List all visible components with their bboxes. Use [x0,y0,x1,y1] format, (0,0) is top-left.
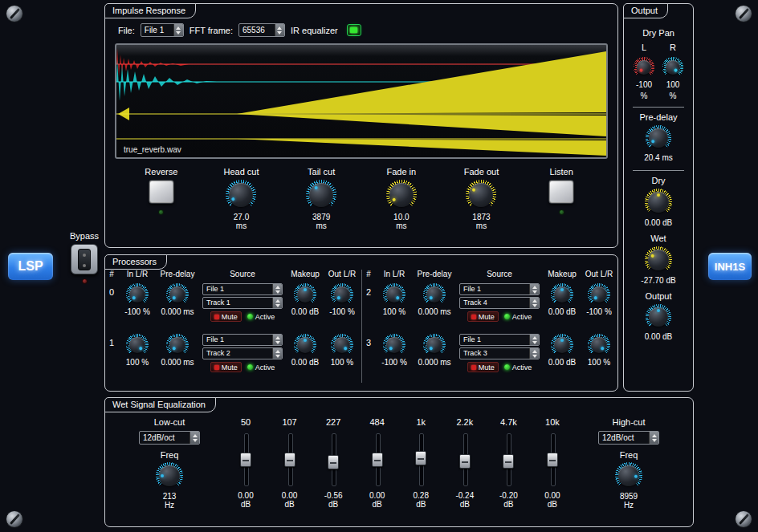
mute-button[interactable]: Mute [210,362,242,372]
stepper-buttons[interactable] [272,335,282,345]
wet-knob[interactable] [645,246,672,274]
file-source-select[interactable]: File 1 [459,334,540,346]
spinner-down-icon[interactable] [275,290,280,294]
in-lr-knob[interactable] [383,283,405,306]
predelay-knob[interactable] [166,283,189,306]
head-cut-knob[interactable] [226,180,256,210]
predelay-knob[interactable] [423,283,446,306]
fade-out-knob[interactable] [466,180,496,210]
fft-frame-select[interactable]: 65536 [238,23,285,37]
fade-in-knob[interactable] [386,180,417,210]
spinner-down-icon[interactable] [532,304,537,307]
band-gain-slider[interactable] [284,433,295,486]
out-lr-knob[interactable] [588,283,610,306]
stepper-buttons[interactable] [190,432,199,444]
mute-button[interactable]: Mute [467,362,499,372]
spinner-up-icon[interactable] [532,350,537,353]
band-gain-slider[interactable] [328,433,339,486]
band-gain-slider[interactable] [415,433,426,486]
file-source-select[interactable]: File 1 [202,283,283,295]
file-source-select[interactable]: File 1 [202,334,283,346]
spinner-up-icon[interactable] [176,26,181,30]
band-gain-slider[interactable] [240,433,251,486]
slider-handle[interactable] [415,451,426,465]
spinner-down-icon[interactable] [275,355,280,358]
tail-cut-knob[interactable] [306,180,336,210]
makeup-knob[interactable] [551,283,573,306]
band-gain-slider[interactable] [547,433,558,486]
spinner-down-icon[interactable] [532,341,537,344]
in-lr-knob[interactable] [126,283,149,306]
high-cut-mode-select[interactable]: 12dB/oct [598,431,659,445]
makeup-knob[interactable] [294,334,316,356]
slider-handle[interactable] [372,453,383,467]
slider-handle[interactable] [284,453,295,467]
output-level-knob[interactable] [646,304,671,330]
bypass-switch[interactable] [71,244,98,274]
predelay-knob[interactable] [423,334,446,356]
slider-handle[interactable] [459,454,471,469]
slider-handle[interactable] [240,453,251,467]
spinner-down-icon[interactable] [532,290,537,294]
track-source-select[interactable]: Track 4 [459,297,540,309]
ir-waveform-display[interactable]: true_reverb.wav [115,43,608,159]
file-source-select[interactable]: File 1 [459,283,540,295]
track-source-select[interactable]: Track 2 [202,347,283,359]
spinner-down-icon[interactable] [652,439,657,442]
stepper-buttons[interactable] [275,24,284,36]
out-lr-knob[interactable] [331,334,353,356]
file-select[interactable]: File 1 [141,23,184,37]
out-lr-knob[interactable] [588,334,610,356]
spinner-down-icon[interactable] [176,31,181,35]
high-cut-freq-knob[interactable] [615,462,642,489]
spinner-up-icon[interactable] [652,434,657,437]
stepper-buttons[interactable] [529,348,539,359]
dry-pan-left-knob[interactable] [634,57,654,78]
mute-button[interactable]: Mute [467,311,499,322]
stepper-buttons[interactable] [272,348,282,359]
band-gain-slider[interactable] [372,433,383,486]
stepper-buttons[interactable] [272,284,282,294]
stepper-buttons[interactable] [529,298,539,308]
predelay-knob[interactable] [166,334,189,356]
stepper-buttons[interactable] [272,298,282,308]
stepper-buttons[interactable] [649,432,658,444]
slider-handle[interactable] [503,454,514,469]
spinner-up-icon[interactable] [532,336,537,339]
slider-handle[interactable] [328,455,339,469]
spinner-up-icon[interactable] [275,336,280,339]
track-source-select[interactable]: Track 3 [459,347,540,359]
dry-pan-right-knob[interactable] [662,57,683,78]
spinner-down-icon[interactable] [275,341,280,344]
spinner-up-icon[interactable] [275,286,280,289]
dry-knob[interactable] [645,189,672,216]
predelay-knob[interactable] [646,125,671,151]
spinner-down-icon[interactable] [532,355,537,358]
spinner-down-icon[interactable] [277,31,282,35]
mute-button[interactable]: Mute [210,311,242,322]
listen-button[interactable] [548,180,574,204]
makeup-knob[interactable] [294,283,316,306]
slider-handle[interactable] [547,453,558,467]
spinner-up-icon[interactable] [532,299,537,303]
spinner-up-icon[interactable] [275,350,280,353]
in-lr-knob[interactable] [126,334,149,356]
band-gain-slider[interactable] [503,433,514,486]
spinner-up-icon[interactable] [275,299,280,303]
spinner-up-icon[interactable] [532,286,537,289]
spinner-up-icon[interactable] [193,434,198,437]
makeup-knob[interactable] [551,334,573,356]
band-gain-slider[interactable] [459,433,471,486]
spinner-down-icon[interactable] [275,304,280,307]
spinner-up-icon[interactable] [277,26,282,30]
stepper-buttons[interactable] [529,284,539,294]
spinner-down-icon[interactable] [193,439,198,442]
in-lr-knob[interactable] [383,334,405,356]
low-cut-freq-knob[interactable] [156,462,183,489]
ir-equalizer-toggle[interactable] [347,24,361,36]
low-cut-mode-select[interactable]: 12dB/oct [139,431,200,445]
stepper-buttons[interactable] [529,335,539,345]
out-lr-knob[interactable] [331,283,353,306]
reverse-button[interactable] [149,180,174,204]
stepper-buttons[interactable] [173,24,183,36]
